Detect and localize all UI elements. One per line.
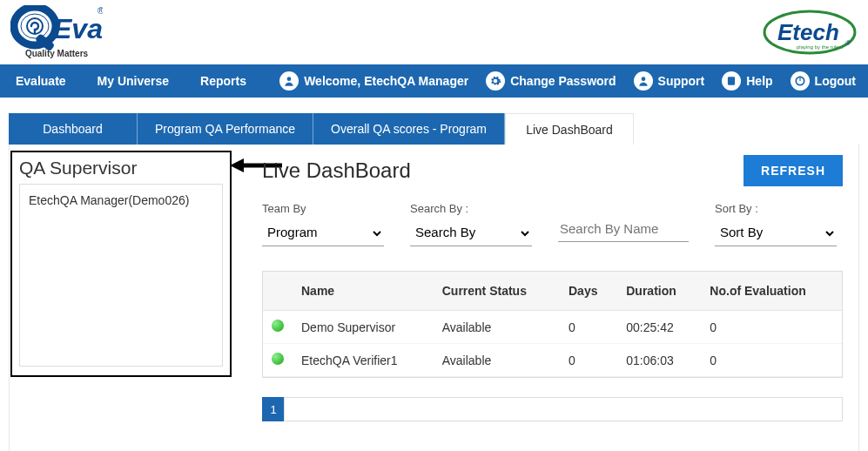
tab-live-dashboard[interactable]: Live DashBoard	[505, 113, 634, 145]
sort-by-select[interactable]: Sort By	[715, 220, 837, 246]
cell-status: Available	[434, 344, 560, 377]
refresh-button[interactable]: REFRESH	[744, 155, 843, 186]
col-evaluations: No.of Evaluation	[701, 272, 842, 311]
tab-bar: Dashboard Program QA Performance Overall…	[9, 113, 859, 145]
gear-icon	[486, 71, 505, 91]
svg-text:®: ®	[845, 39, 851, 47]
col-duration: Duration	[617, 272, 701, 311]
nav-logout[interactable]: Logout	[782, 71, 865, 91]
tab-overall-qa-scores-program[interactable]: Overall QA scores - Program	[313, 113, 505, 145]
col-days: Days	[560, 272, 617, 311]
nav-change-password-text: Change Password	[510, 74, 616, 88]
help-icon	[722, 71, 741, 91]
col-name: Name	[293, 272, 434, 311]
nav-reports[interactable]: Reports	[185, 64, 262, 98]
sort-by-label: Sort By :	[715, 202, 837, 215]
nav-change-password[interactable]: Change Password	[477, 71, 624, 91]
main-navbar: Evaluate My Universe Reports Welcome, Et…	[0, 64, 868, 98]
tab-program-qa-performance[interactable]: Program QA Performance	[138, 113, 313, 145]
nav-welcome-text: Welcome, EtechQA Manager	[304, 74, 468, 88]
nav-my-universe[interactable]: My Universe	[82, 64, 185, 98]
status-dot-icon	[272, 353, 284, 365]
cell-evals: 0	[701, 311, 842, 344]
brand-logo-left: Eval ® Quality Matters	[10, 5, 103, 58]
cell-duration: 01:06:03	[617, 344, 701, 377]
page-title: Live DashBoard	[262, 158, 411, 183]
nav-support-text: Support	[658, 74, 705, 88]
col-status	[263, 272, 293, 311]
nav-support[interactable]: Support	[625, 71, 714, 91]
svg-text:®: ®	[98, 6, 103, 16]
svg-point-10	[287, 77, 292, 81]
nav-logout-text: Logout	[815, 74, 856, 88]
tab-panel: Live DashBoard REFRESH Team By Program S…	[9, 145, 859, 451]
search-by-label: Search By :	[410, 202, 532, 215]
brand-logo-right: Etech playing by the rules! ®	[762, 7, 858, 60]
cell-status: Available	[434, 311, 560, 344]
live-dashboard-table: Name Current Status Days Duration No.of …	[263, 272, 842, 377]
support-icon	[634, 71, 653, 91]
pagination-track	[284, 397, 843, 421]
logout-icon	[791, 71, 810, 91]
search-by-name-input[interactable]	[558, 218, 689, 242]
svg-rect-12	[728, 77, 735, 84]
cell-name: EtechQA Verifier1	[293, 344, 434, 377]
nav-help[interactable]: Help	[713, 71, 781, 91]
svg-text:Etech: Etech	[777, 19, 839, 45]
nav-evaluate[interactable]: Evaluate	[0, 64, 82, 98]
cell-days: 0	[560, 311, 617, 344]
svg-text:Eval: Eval	[53, 13, 103, 44]
status-dot-icon	[272, 320, 284, 332]
page-1-button[interactable]: 1	[262, 397, 285, 421]
cell-evals: 0	[701, 344, 842, 377]
user-icon	[279, 71, 299, 91]
nav-welcome[interactable]: Welcome, EtechQA Manager	[271, 71, 477, 91]
cell-days: 0	[560, 344, 617, 377]
col-current-status: Current Status	[434, 272, 560, 311]
svg-point-11	[641, 77, 645, 81]
cell-duration: 00:25:42	[617, 311, 701, 344]
nav-help-text: Help	[746, 74, 772, 88]
cell-name: Demo Supervisor	[293, 311, 434, 344]
table-row[interactable]: EtechQA Verifier1 Available 0 01:06:03 0	[263, 344, 842, 377]
table-row[interactable]: Demo Supervisor Available 0 00:25:42 0	[263, 311, 842, 344]
team-by-label: Team By	[262, 202, 384, 215]
svg-rect-14	[799, 77, 800, 81]
team-by-select[interactable]: Program	[262, 220, 384, 246]
pagination: 1	[262, 397, 843, 421]
search-by-select[interactable]: Search By	[410, 220, 532, 246]
svg-text:playing by the rules!: playing by the rules!	[797, 44, 844, 50]
brand-tagline-left: Quality Matters	[10, 49, 103, 58]
tab-dashboard[interactable]: Dashboard	[9, 113, 138, 145]
